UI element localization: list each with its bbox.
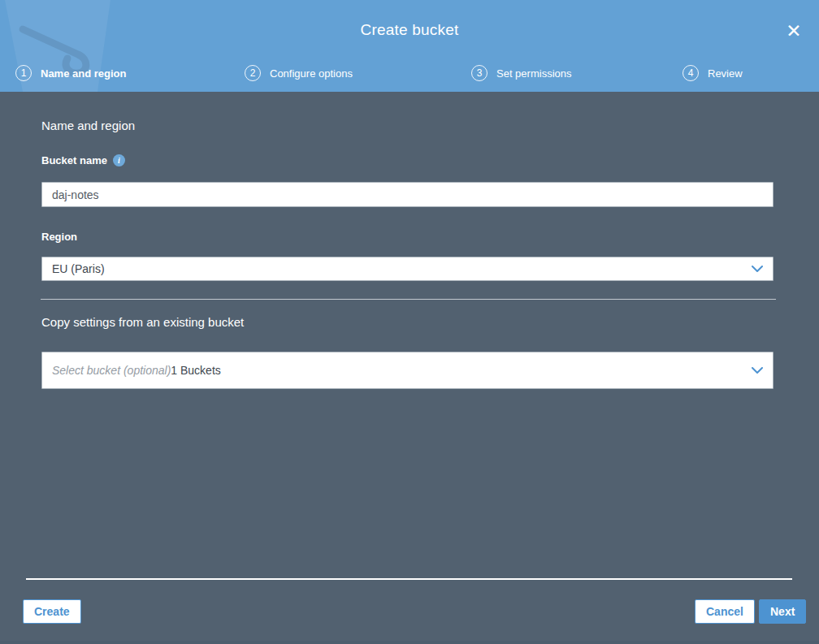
region-selected-value: EU (Paris) xyxy=(52,262,105,275)
step-review[interactable]: 4 Review xyxy=(682,63,743,83)
copy-settings-heading: Copy settings from an existing bucket xyxy=(41,315,244,329)
footer-divider xyxy=(26,578,792,580)
copy-bucket-placeholder: Select bucket (optional) xyxy=(52,364,171,377)
region-label: Region xyxy=(41,231,77,243)
step-number: 1 xyxy=(15,65,32,81)
close-icon[interactable]: ✕ xyxy=(782,19,805,42)
modal-title: Create bucket xyxy=(0,21,819,39)
cancel-button[interactable]: Cancel xyxy=(695,599,755,624)
bucket-count: 1 Buckets xyxy=(171,364,220,377)
region-select[interactable]: EU (Paris) xyxy=(41,257,774,281)
region-label-text: Region xyxy=(41,231,77,243)
create-button[interactable]: Create xyxy=(23,599,81,624)
bottom-edge-strip xyxy=(0,641,819,644)
step-label: Review xyxy=(708,67,743,80)
step-label: Name and region xyxy=(41,67,126,80)
step-number: 4 xyxy=(682,65,699,81)
step-number: 3 xyxy=(471,65,488,81)
copy-bucket-select[interactable]: Select bucket (optional)1 Buckets xyxy=(41,352,774,389)
step-label: Configure options xyxy=(270,67,353,80)
step-name-and-region[interactable]: 1 Name and region xyxy=(15,63,126,83)
info-icon[interactable]: i xyxy=(113,154,125,166)
step-configure-options[interactable]: 2 Configure options xyxy=(245,63,353,83)
chevron-down-icon xyxy=(752,266,763,273)
section-heading: Name and region xyxy=(41,119,135,132)
section-divider xyxy=(41,299,776,300)
step-set-permissions[interactable]: 3 Set permissions xyxy=(471,63,571,83)
step-label: Set permissions xyxy=(496,67,571,80)
modal-header: Create bucket ✕ 1 Name and region 2 Conf… xyxy=(0,0,819,92)
bucket-name-label-text: Bucket name xyxy=(41,154,107,166)
next-button[interactable]: Next xyxy=(759,599,806,624)
step-number: 2 xyxy=(245,65,261,81)
bucket-name-input[interactable] xyxy=(41,182,774,207)
bucket-name-label: Bucket name i xyxy=(41,154,125,166)
create-bucket-modal: Create bucket ✕ 1 Name and region 2 Conf… xyxy=(0,0,819,644)
chevron-down-icon xyxy=(752,367,763,374)
